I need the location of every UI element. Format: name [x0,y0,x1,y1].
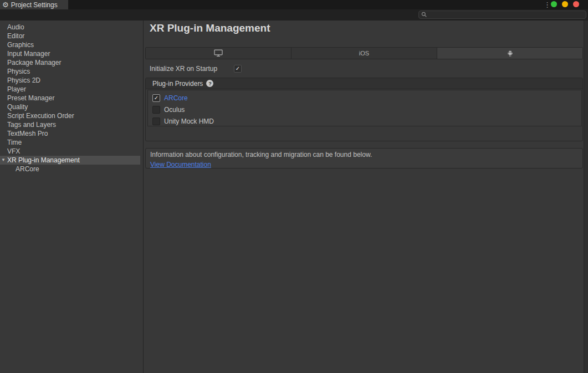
gear-icon: ⚙ [2,1,9,8]
provider-checkbox[interactable] [152,106,160,114]
title-bar: ⚙ Project Settings ⋮ [0,0,588,9]
window-close-dot[interactable] [573,1,579,7]
initialize-xr-checkbox[interactable]: ✓ [234,65,242,73]
plugin-providers-header: Plug-in Providers ? [146,78,582,89]
help-icon[interactable]: ? [206,80,213,87]
providers-list: ✓ARCoreOculusUnity Mock HMD [147,90,582,126]
window-zoom-dot[interactable] [562,1,568,7]
search-icon [421,12,427,18]
sidebar-item-quality[interactable]: Quality [0,103,143,111]
kebab-menu-icon[interactable]: ⋮ [544,0,549,9]
sidebar-list: AudioEditorGraphicsInput ManagerPackage … [0,23,143,173]
sidebar-item-package-manager[interactable]: Package Manager [0,58,143,67]
foldout-triangle-icon[interactable]: ▼ [1,156,6,165]
sidebar-item-label: Preset Manager [7,94,54,102]
sidebar-item-label: VFX [7,147,20,155]
android-icon [507,50,514,57]
initialize-xr-label: Initialize XR on Startup [150,65,234,73]
info-text: Information about configuration, trackin… [150,151,582,159]
sidebar-item-label: Time [7,139,22,146]
sidebar-item-audio[interactable]: Audio [0,23,143,32]
sidebar-item-label: Package Manager [7,59,61,67]
page-title: XR Plug-in Management [150,22,270,34]
tab-ios-label: iOS [359,50,369,57]
sidebar-item-input-manager[interactable]: Input Manager [0,49,143,58]
platform-tabbar: iOS [145,47,583,59]
provider-checkbox[interactable]: ✓ [152,94,160,102]
window-tab-project-settings[interactable]: ⚙ Project Settings [0,0,68,9]
sidebar-item-label: Physics 2D [7,76,40,84]
sidebar-item-label: TextMesh Pro [7,130,48,137]
search-box[interactable] [418,11,586,19]
sidebar-item-label: Physics [7,68,30,75]
provider-row: Oculus [152,104,581,115]
sidebar-item-tags-and-layers[interactable]: Tags and Layers [0,120,143,129]
sidebar-item-label: Script Execution Order [7,112,74,120]
project-settings-window: ⚙ Project Settings ⋮ AudioEditorGraphics… [0,0,588,373]
sidebar-item-label: Graphics [7,41,34,49]
sidebar-item-label: ARCore [16,165,39,173]
sidebar-item-physics[interactable]: Physics [0,67,143,76]
initialize-xr-row: Initialize XR on Startup ✓ [150,64,242,73]
sidebar-item-label: Player [7,85,26,93]
sidebar-item-arcore[interactable]: ARCore [0,165,143,173]
sidebar-item-label: XR Plug-in Management [7,156,80,164]
info-box: Information about configuration, trackin… [145,148,583,168]
sidebar-item-preset-manager[interactable]: Preset Manager [0,94,143,103]
sidebar-item-time[interactable]: Time [0,138,143,147]
provider-label[interactable]: ARCore [164,94,188,102]
provider-row: Unity Mock HMD [152,115,581,127]
provider-label[interactable]: Oculus [164,106,185,114]
vertical-scrollbar[interactable] [584,21,588,373]
toolbar [0,9,588,21]
search-input[interactable] [429,12,584,18]
tab-ios[interactable]: iOS [292,48,437,59]
view-documentation-link[interactable]: View Documentation [150,161,211,168]
sidebar-item-label: Tags and Layers [7,121,56,129]
provider-label[interactable]: Unity Mock HMD [164,117,214,125]
monitor-icon [214,49,223,57]
window-minimize-dot[interactable] [551,1,557,7]
main-panel: XR Plug-in Management iOS [144,21,584,373]
sidebar-item-script-execution-order[interactable]: Script Execution Order [0,111,143,120]
sidebar-item-physics-2d[interactable]: Physics 2D [0,76,143,85]
sidebar-item-textmesh-pro[interactable]: TextMesh Pro [0,129,143,138]
sidebar-item-xr-plug-in-management[interactable]: ▼XR Plug-in Management [0,156,140,165]
sidebar-item-editor[interactable]: Editor [0,32,143,40]
sidebar-item-player[interactable]: Player [0,85,143,94]
provider-checkbox[interactable] [152,117,160,125]
sidebar-item-graphics[interactable]: Graphics [0,40,143,49]
sidebar-item-label: Input Manager [7,50,50,58]
plugin-providers-box: Plug-in Providers ? ✓ARCoreOculusUnity M… [145,78,583,141]
settings-sidebar: AudioEditorGraphicsInput ManagerPackage … [0,21,144,373]
sidebar-item-vfx[interactable]: VFX [0,147,143,156]
tab-desktop[interactable] [146,48,292,59]
window-tab-label: Project Settings [11,1,58,9]
sidebar-item-label: Audio [7,23,24,31]
sidebar-item-label: Editor [7,32,24,40]
provider-row: ✓ARCore [152,92,581,104]
tab-android[interactable] [437,48,582,59]
plugin-providers-title: Plug-in Providers [152,80,203,88]
sidebar-item-label: Quality [7,103,28,111]
